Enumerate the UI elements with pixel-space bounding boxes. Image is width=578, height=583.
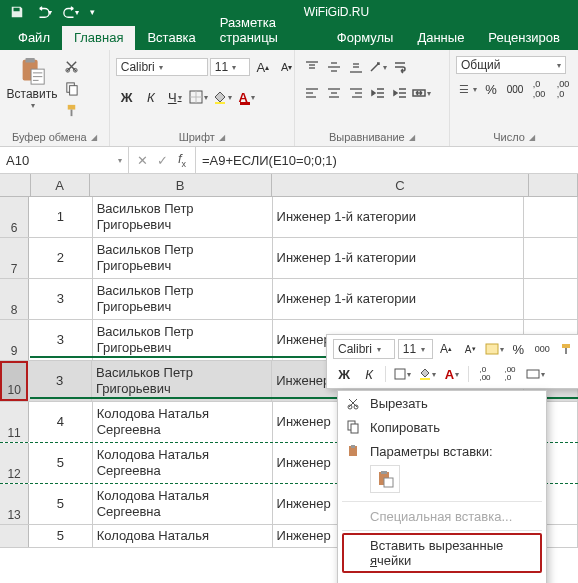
table-row[interactable]: 8 3 Васильков Петр Григорьевич Инженер 1…: [0, 279, 578, 320]
italic-button[interactable]: К: [140, 86, 162, 108]
merge-button[interactable]: ▾: [411, 82, 433, 104]
row-header[interactable]: 12: [0, 443, 29, 483]
mini-inc-decimal[interactable]: ,0,00: [474, 363, 496, 385]
cell[interactable]: 3: [29, 279, 92, 319]
comma-button[interactable]: 000: [504, 78, 526, 100]
mini-font-color[interactable]: A▾: [441, 363, 463, 385]
align-left-button[interactable]: [301, 82, 323, 104]
tab-insert[interactable]: Вставка: [135, 26, 207, 50]
mini-borders[interactable]: ▾: [391, 363, 413, 385]
mini-grow-font[interactable]: A▴: [436, 338, 457, 360]
redo-button[interactable]: ▾: [58, 1, 84, 23]
font-color-button[interactable]: A▾: [236, 86, 258, 108]
cell[interactable]: 4: [29, 402, 92, 442]
column-header-D[interactable]: [529, 174, 578, 196]
cut-button[interactable]: [60, 56, 82, 76]
underline-button[interactable]: Ч ▾: [164, 86, 186, 108]
menu-cut[interactable]: Вырезать: [338, 391, 546, 415]
row-header[interactable]: 6: [0, 197, 29, 237]
cell[interactable]: Инженер 1-й категории: [273, 279, 524, 319]
cell[interactable]: 1: [29, 197, 92, 237]
select-all-corner[interactable]: [0, 174, 31, 196]
decrease-indent-button[interactable]: [367, 82, 389, 104]
tab-review[interactable]: Рецензиров: [476, 26, 572, 50]
format-painter-button[interactable]: [60, 100, 82, 120]
copy-button[interactable]: [60, 78, 82, 98]
align-middle-button[interactable]: [323, 56, 345, 78]
font-family-select[interactable]: Calibri▾: [116, 58, 208, 76]
cell[interactable]: Васильков Петр Григорьевич: [93, 197, 273, 237]
percent-button[interactable]: %: [480, 78, 502, 100]
number-format-select[interactable]: Общий▾: [456, 56, 566, 74]
formula-input[interactable]: =A9+ЕСЛИ(E10=0;0;1): [196, 147, 578, 173]
column-header-B[interactable]: B: [90, 174, 272, 196]
cell[interactable]: 5: [29, 443, 92, 483]
paste-button[interactable]: Вставить ▾: [6, 52, 58, 110]
cell[interactable]: 2: [29, 238, 92, 278]
alignment-dialog-launcher[interactable]: ◢: [409, 133, 415, 142]
column-header-A[interactable]: A: [31, 174, 90, 196]
cell[interactable]: Колодова Наталья Сергеевна: [93, 484, 273, 524]
orientation-button[interactable]: ▾: [367, 56, 389, 78]
number-dialog-launcher[interactable]: ◢: [529, 133, 535, 142]
cell[interactable]: 3: [29, 320, 92, 360]
fill-color-button[interactable]: ▾: [212, 86, 234, 108]
mini-font-family[interactable]: Calibri▾: [333, 339, 395, 359]
row-header[interactable]: 8: [0, 279, 29, 319]
row-header[interactable]: 7: [0, 238, 29, 278]
column-header-C[interactable]: C: [272, 174, 530, 196]
paste-option-default[interactable]: [370, 465, 400, 493]
increase-decimal-button[interactable]: ,0,00: [528, 78, 550, 100]
align-top-button[interactable]: [301, 56, 323, 78]
menu-copy[interactable]: Копировать: [338, 415, 546, 439]
accounting-format-button[interactable]: ☰▾: [456, 78, 478, 100]
insert-function-button[interactable]: fx: [173, 151, 191, 169]
cell[interactable]: Колодова Наталья Сергеевна: [93, 443, 273, 483]
save-button[interactable]: [4, 1, 30, 23]
align-center-button[interactable]: [323, 82, 345, 104]
mini-comma[interactable]: 000: [532, 338, 553, 360]
enter-formula-button[interactable]: ✓: [153, 153, 171, 168]
grow-font-button[interactable]: A▴: [252, 56, 274, 78]
tab-layout[interactable]: Разметка страницы: [208, 11, 325, 50]
tab-formulas[interactable]: Формулы: [325, 26, 406, 50]
cell[interactable]: 3: [28, 361, 92, 401]
mini-italic[interactable]: К: [358, 363, 380, 385]
cell[interactable]: [524, 238, 578, 278]
mini-dec-decimal[interactable]: ,00,0: [499, 363, 521, 385]
row-header[interactable]: 9: [0, 320, 29, 360]
row-header[interactable]: 11: [0, 402, 29, 442]
row-header[interactable]: 13: [0, 484, 29, 524]
cell[interactable]: [524, 279, 578, 319]
mini-shrink-font[interactable]: A▾: [460, 338, 481, 360]
wrap-text-button[interactable]: [389, 56, 411, 78]
undo-button[interactable]: ▾: [31, 1, 57, 23]
align-bottom-button[interactable]: [345, 56, 367, 78]
cancel-formula-button[interactable]: ✕: [133, 153, 151, 168]
font-size-select[interactable]: 11▾: [210, 58, 250, 76]
table-row[interactable]: 7 2 Васильков Петр Григорьевич Инженер 1…: [0, 238, 578, 279]
mini-format-painter[interactable]: [556, 338, 577, 360]
cell[interactable]: Васильков Петр Григорьевич: [93, 279, 273, 319]
align-right-button[interactable]: [345, 82, 367, 104]
menu-delete[interactable]: Удалить: [338, 575, 546, 583]
cell[interactable]: Инженер 1-й категории: [273, 197, 524, 237]
mini-font-size[interactable]: 11▾: [398, 339, 433, 359]
cell[interactable]: Колодова Наталья Сергеевна: [93, 402, 273, 442]
tab-file[interactable]: Файл: [6, 26, 62, 50]
mini-fill-color[interactable]: ▾: [416, 363, 438, 385]
mini-accounting[interactable]: ▾: [484, 338, 505, 360]
mini-merge[interactable]: ▾: [524, 363, 546, 385]
cell[interactable]: Васильков Петр Григорьевич: [92, 361, 272, 401]
decrease-decimal-button[interactable]: ,00,0: [552, 78, 574, 100]
row-header[interactable]: 10: [0, 361, 28, 401]
cell[interactable]: Инженер 1-й категории: [273, 238, 524, 278]
table-row[interactable]: 6 1 Васильков Петр Григорьевич Инженер 1…: [0, 197, 578, 238]
cell[interactable]: 5: [29, 484, 92, 524]
row-header[interactable]: [0, 525, 29, 547]
name-box[interactable]: A10▾: [0, 147, 129, 173]
tab-data[interactable]: Данные: [405, 26, 476, 50]
increase-indent-button[interactable]: [389, 82, 411, 104]
bold-button[interactable]: Ж: [116, 86, 138, 108]
tab-home[interactable]: Главная: [62, 26, 135, 50]
